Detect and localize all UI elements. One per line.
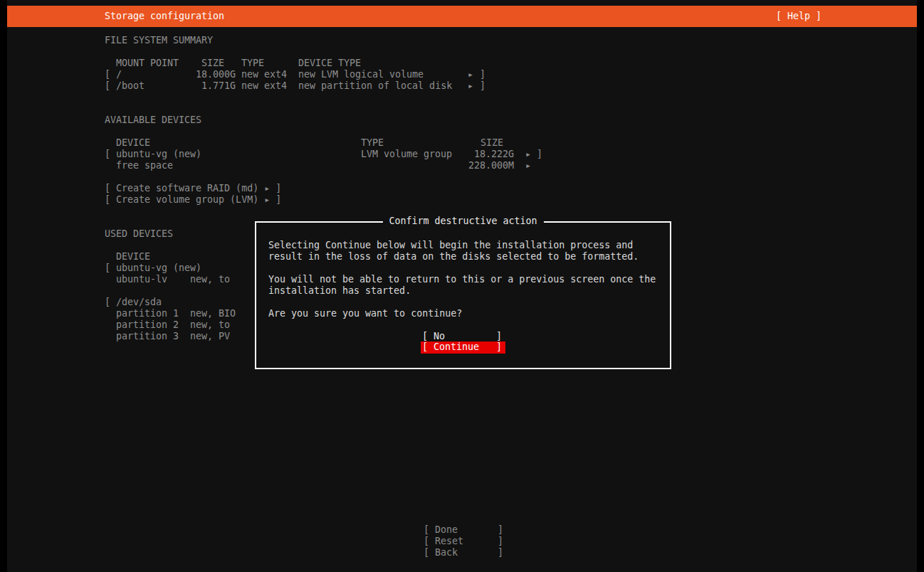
device-note: new, PV xyxy=(190,331,230,342)
device-name: ubuntu-vg (new) xyxy=(116,263,201,274)
open-bracket: [ xyxy=(105,69,110,80)
device-size: 18.222G xyxy=(420,149,514,160)
device-name: ubuntu-lv xyxy=(116,274,167,285)
open-bracket: [ xyxy=(105,297,110,308)
device-size: 228.000M xyxy=(420,160,514,171)
device-name: partition 1 xyxy=(116,308,179,319)
dialog-question: Are you sure you want to continue? xyxy=(268,308,462,319)
page-title: Storage configuration xyxy=(105,11,224,22)
close-bracket: ] xyxy=(537,149,542,160)
available-devices-heading: AVAILABLE DEVICES xyxy=(105,115,201,126)
device-note: new, to xyxy=(190,274,230,285)
no-button[interactable]: [ No ] xyxy=(422,331,502,342)
expand-arrow-icon: ▸ xyxy=(525,160,531,171)
col-type: TYPE xyxy=(361,137,384,149)
available-row-free-space[interactable]: free space 228.000M ▸ xyxy=(0,160,924,171)
device-type-value: new partition of local disk xyxy=(298,80,452,92)
create-software-raid-button[interactable]: [ Create software RAID (md) ▸ ] xyxy=(105,183,281,194)
device-note: new, BIO xyxy=(190,308,236,319)
device-type-value: new LVM logical volume xyxy=(298,69,424,80)
type-value: new ext4 xyxy=(241,69,287,80)
col-device: DEVICE xyxy=(116,137,150,149)
device-name: free space xyxy=(116,160,173,171)
col-device-type: DEVICE TYPE xyxy=(298,58,361,69)
dialog-title: Confirm destructive action xyxy=(382,216,543,227)
device-name: partition 3 xyxy=(116,331,179,342)
help-button[interactable]: [ Help ] xyxy=(776,11,821,22)
mount-point: / xyxy=(116,69,122,80)
expand-arrow-icon: ▸ xyxy=(468,80,473,92)
reset-button[interactable]: [ Reset ] xyxy=(424,536,503,547)
available-devices-header-row: DEVICE TYPE SIZE xyxy=(0,137,924,149)
close-bracket: ] xyxy=(480,69,485,80)
dialog-text-line: result in the loss of data on the disks … xyxy=(268,251,639,263)
col-mount-point: MOUNT POINT xyxy=(116,58,179,69)
device-name: partition 2 xyxy=(116,319,179,331)
device-name: /dev/sda xyxy=(116,297,162,308)
mount-point: /boot xyxy=(116,80,145,92)
dialog-text-line: Selecting Continue below will begin the … xyxy=(268,240,633,251)
expand-arrow-icon: ▸ xyxy=(468,69,473,80)
dialog-text-line: You will not be able to return to this o… xyxy=(268,274,656,285)
device-name: ubuntu-vg (new) xyxy=(116,149,201,160)
used-devices-heading: USED DEVICES xyxy=(105,228,173,240)
fs-summary-row-boot[interactable]: [ /boot 1.771G new ext4 new partition of… xyxy=(0,80,924,92)
header-bar: Storage configuration [ Help ] xyxy=(7,6,917,27)
back-button[interactable]: [ Back ] xyxy=(424,547,503,558)
fs-summary-row-root[interactable]: [ / 18.000G new ext4 new LVM logical vol… xyxy=(0,69,924,80)
close-bracket: ] xyxy=(480,80,485,92)
device-note: new, to xyxy=(190,319,230,331)
dialog-text-line: installation has started. xyxy=(268,285,411,297)
col-size: SIZE xyxy=(481,137,503,149)
continue-button[interactable]: [ Continue ] xyxy=(421,341,505,354)
size-value: 18.000G xyxy=(171,69,236,80)
col-device: DEVICE xyxy=(116,251,150,263)
type-value: new ext4 xyxy=(241,80,287,92)
open-bracket: [ xyxy=(105,80,110,92)
confirm-destructive-action-dialog: Confirm destructive action Selecting Con… xyxy=(255,221,671,369)
open-bracket: [ xyxy=(105,263,110,274)
fs-summary-header-row: MOUNT POINT SIZE TYPE DEVICE TYPE xyxy=(0,58,924,69)
open-bracket: [ xyxy=(105,149,110,160)
size-value: 1.771G xyxy=(171,80,236,92)
create-volume-group-button[interactable]: [ Create volume group (LVM) ▸ ] xyxy=(105,194,281,206)
done-button[interactable]: [ Done ] xyxy=(424,524,503,536)
fs-summary-heading: FILE SYSTEM SUMMARY xyxy=(105,35,213,46)
installer-screen: Storage configuration [ Help ] FILE SYST… xyxy=(0,0,924,572)
expand-arrow-icon: ▸ xyxy=(525,149,531,160)
available-row-ubuntu-vg[interactable]: [ ubuntu-vg (new) LVM volume group 18.22… xyxy=(0,149,924,160)
col-type: TYPE xyxy=(241,58,264,69)
col-size: SIZE xyxy=(201,58,224,69)
